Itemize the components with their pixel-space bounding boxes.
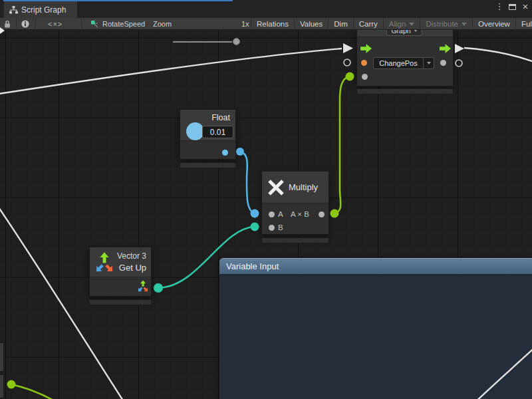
node-float-literal[interactable]: Float 0.01 [180, 109, 236, 160]
node-vector3-header[interactable]: Vector 3 Get Up [90, 247, 151, 277]
graph-reference-label: RotateSpeed [102, 20, 145, 28]
unity-script-graph-window: Variable Input Graph ChangePos [0, 0, 532, 399]
script-graph-icon [9, 6, 18, 14]
port-output-label: A × B [291, 210, 309, 218]
port-input-value[interactable] [362, 74, 368, 80]
zoom-slider-track[interactable] [173, 41, 232, 43]
node-graph-footer [356, 88, 454, 94]
node-title: Float [211, 113, 230, 122]
info-button[interactable] [21, 18, 29, 30]
float-value-field[interactable]: 0.01 [202, 126, 233, 138]
port-output-value[interactable] [440, 60, 446, 66]
group-panel-variable-input[interactable]: Variable Input [219, 258, 532, 399]
graph-toolbar: <×> RotateSpeed Zoom 1x Relations Values… [0, 18, 532, 30]
port-result-output[interactable] [319, 211, 325, 217]
group-panel-title: Variable Input [226, 261, 279, 271]
port-a-input[interactable] [269, 211, 275, 217]
node-multiply-footer [261, 237, 329, 243]
node-vector3-get-up[interactable]: Vector 3 Get Up [89, 247, 152, 297]
zoom-slider-knob[interactable] [233, 38, 240, 45]
variable-name-value: ChangePos [379, 59, 418, 67]
node-float-footer [180, 162, 236, 168]
window-close-icon[interactable]: × [520, 1, 531, 13]
toolbar-button-align[interactable]: Align [383, 18, 420, 30]
toolbar-button-distribute[interactable]: Distribute [420, 18, 472, 30]
flow-output-arrow-icon[interactable] [440, 44, 451, 53]
window-maximize-icon[interactable] [509, 4, 516, 10]
tab-title: Script Graph [21, 5, 66, 15]
toolbar-button-values[interactable]: Values [294, 18, 328, 30]
port-vector3-output[interactable] [137, 280, 149, 292]
node-title: Multiply [289, 182, 318, 192]
info-icon [21, 20, 29, 28]
node-multiply-header[interactable]: Multiply [262, 172, 329, 203]
variable-dropdown-button[interactable] [424, 57, 434, 69]
node-type-label: Vector 3 [117, 251, 146, 261]
code-icon: <×> [48, 20, 63, 28]
toolbar-button-full-screen[interactable]: Full Screen [515, 18, 532, 30]
toolbar-button-overview[interactable]: Overview [472, 18, 515, 30]
node-multiply[interactable]: Multiply A A × B B [261, 171, 329, 235]
node-float-header[interactable]: Float 0.01 [180, 110, 235, 141]
tab-bar: Script Graph ⋮ × [0, 0, 532, 18]
toolbar-button-relations[interactable]: Relations [251, 18, 294, 30]
window-controls: ⋮ × [494, 0, 531, 13]
zoom-value: 1x [241, 18, 249, 30]
float-type-icon [186, 122, 204, 140]
variable-name-field[interactable]: ChangePos [373, 57, 424, 69]
node-vector3-footer [89, 299, 152, 305]
node-title: Get Up [119, 263, 146, 273]
flow-input-arrow-icon[interactable] [360, 44, 372, 53]
port-b-label: B [278, 223, 283, 231]
chevron-down-icon [409, 23, 414, 26]
group-panel-body [219, 274, 532, 399]
mouse-cursor [0, 27, 5, 34]
offscreen-node-footer[interactable] [0, 374, 4, 398]
port-float-output[interactable] [222, 150, 228, 156]
offscreen-node-body[interactable] [0, 342, 4, 372]
chevron-down-icon [427, 62, 431, 65]
port-a-label: A [278, 210, 283, 218]
edit-code-button[interactable]: <×> [48, 18, 63, 30]
multiply-icon [267, 179, 285, 196]
vector3-icon [93, 251, 116, 273]
port-b-input[interactable] [269, 225, 275, 231]
chevron-down-icon [462, 23, 467, 26]
tab-script-graph[interactable]: Script Graph [4, 1, 77, 18]
toolbar-button-dim[interactable]: Dim [328, 18, 352, 30]
graph-asset-icon [90, 20, 99, 29]
port-variable-name-input[interactable] [361, 60, 367, 66]
graph-reference-breadcrumb[interactable]: RotateSpeed [90, 18, 145, 30]
group-panel-header[interactable]: Variable Input [219, 258, 532, 274]
toolbar-button-carry[interactable]: Carry [353, 18, 383, 30]
window-menu-icon[interactable]: ⋮ [494, 1, 505, 13]
zoom-label: Zoom [153, 18, 172, 30]
float-value: 0.01 [210, 128, 225, 137]
